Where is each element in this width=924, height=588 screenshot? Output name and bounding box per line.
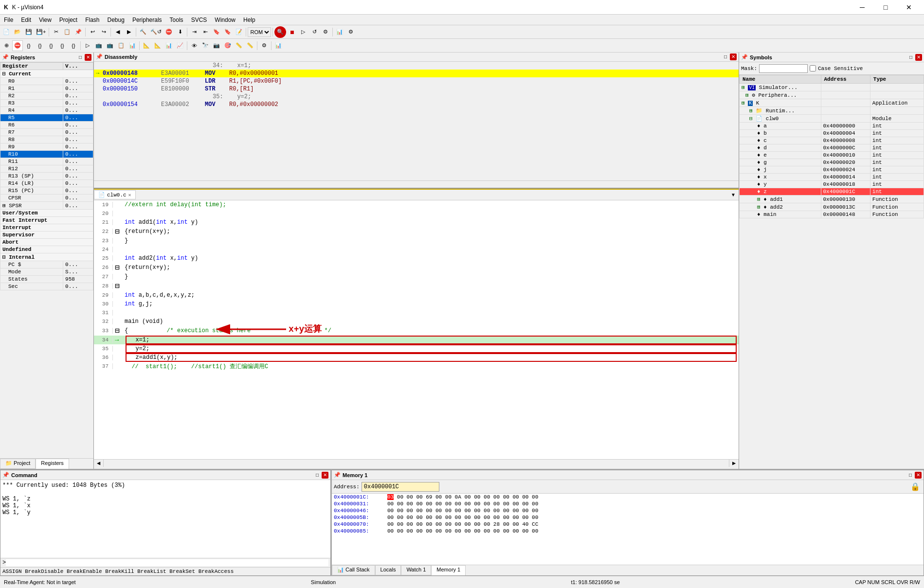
table-row[interactable]: ModeS... [0,268,93,276]
step-btn[interactable]: {} [57,40,68,51]
registers-tab[interactable]: Registers [36,459,69,469]
stop-debug-btn[interactable]: ⛔ [12,40,23,51]
symbols-close-btn[interactable]: ✕ [915,54,922,61]
table-row[interactable]: R80... [0,136,93,143]
reg-group-user[interactable]: User/System [0,210,93,217]
new-btn[interactable]: 📄 [1,27,12,37]
editor-hscrollbar[interactable]: ◀ ▶ [94,459,739,467]
target-select[interactable]: ROM [248,27,271,37]
maximize-button[interactable]: □ [874,0,897,15]
watch2-btn[interactable]: 🔭 [200,40,211,51]
download-btn[interactable]: ⬇ [175,27,185,37]
list-item[interactable]: ♦ c 0x40000008int [740,137,924,144]
table-row[interactable]: States958 [0,276,93,283]
list-item[interactable]: ⊞ ♦ add2 0x0000013CFunction [740,203,924,211]
run-btn[interactable]: ▷ [298,27,308,37]
symbols-float-btn[interactable]: □ [907,54,914,61]
table-row[interactable]: CPSR0... [0,195,93,202]
menu-flash[interactable]: Flash [81,16,103,24]
open-btn[interactable]: 📂 [12,27,23,37]
options-btn[interactable]: ⚙ [345,27,356,37]
list-item[interactable]: ♦ x 0x40000014int [740,174,924,181]
watch3-btn[interactable]: 📷 [211,40,222,51]
watch6-btn[interactable]: 📏 [245,40,255,51]
menu-debug[interactable]: Debug [104,16,128,24]
nav-back-btn[interactable]: ◀ [112,27,123,37]
menu-view[interactable]: View [35,16,55,24]
table-row[interactable]: Sec0... [0,283,93,290]
table-row[interactable]: R120... [0,165,93,173]
list-item[interactable]: ♦ z 0x4000001Cint [740,188,924,196]
minimize-button[interactable]: ─ [851,0,873,15]
case-sensitive-checkbox[interactable] [810,65,816,71]
copy-btn[interactable]: 📋 [62,27,72,37]
list-item[interactable]: ♦ g 0x40000020int [740,159,924,166]
menu-help[interactable]: Help [239,16,259,24]
list-item[interactable]: ⊟ 📄 clw0 Module [740,115,924,123]
list-item[interactable]: ♦ j 0x40000024int [740,166,924,174]
settings-btn[interactable]: ⚙ [320,27,331,37]
perf2-btn[interactable]: 📈 [175,40,185,51]
disasm-close-btn[interactable]: ✕ [730,53,737,60]
menu-window[interactable]: Window [211,16,239,24]
table-row[interactable]: R90... [0,143,93,151]
run-btn2[interactable]: ▷ [82,40,93,51]
paste-btn[interactable]: 📌 [73,27,84,37]
table-row[interactable]: R14 (LR)0... [0,180,93,187]
disasm-float-btn[interactable]: □ [722,53,729,60]
close-button[interactable]: ✕ [898,0,920,15]
table-row[interactable]: ⊞ SPSR0... [0,202,93,210]
menu-edit[interactable]: Edit [17,16,35,24]
reg-group-current[interactable]: ⊟ Current [0,70,93,78]
rebuild-btn[interactable]: 🔨↺ [149,27,163,37]
save-all-btn[interactable]: 💾+ [35,27,47,37]
table-row[interactable]: R50... [0,114,93,122]
table-row[interactable]: R110... [0,158,93,165]
mem1-btn[interactable]: 📐 [141,40,152,51]
table-row[interactable]: R20... [0,92,93,100]
table-row[interactable]: PC $0... [0,261,93,268]
template-btn[interactable]: 📝 [234,27,244,37]
run-to-cursor-btn[interactable]: {} [23,40,34,51]
editor-tab-close[interactable]: ✕ [128,192,131,198]
table-row[interactable]: R30... [0,100,93,107]
memory-tab-locals[interactable]: Locals [375,565,401,575]
memory-float-btn[interactable]: □ [907,472,914,479]
stop-build-btn[interactable]: ⛔ [163,27,174,37]
list-item[interactable]: ⊞ K K Application [740,99,924,107]
undo-btn[interactable]: ↩ [87,27,98,37]
list-item[interactable]: ⊞ 📁 Runtim... [740,107,924,115]
memory-tab-memory1[interactable]: Memory 1 [431,565,466,575]
bookmarks2-btn[interactable]: 🔖 [222,27,233,37]
indent-btn[interactable]: ⇥ [189,27,199,37]
list-item[interactable]: ♦ y 0x40000018int [740,181,924,188]
editor-tab-clw0[interactable]: 📄 clw0.c ✕ [94,190,136,199]
nav-fwd-btn[interactable]: ▶ [124,27,134,37]
find-btn[interactable]: 🔍 [274,26,286,38]
list-item[interactable]: ♦ e 0x40000010int [740,152,924,159]
command-float-btn[interactable]: □ [314,472,321,479]
redo-btn[interactable]: ↪ [98,27,109,37]
table-row[interactable]: R60... [0,122,93,129]
cut-btn[interactable]: ✂ [51,27,61,37]
watch4-btn[interactable]: 🎯 [222,40,233,51]
table-row[interactable]: R00... [0,78,93,85]
watch5-btn[interactable]: 📏 [234,40,244,51]
step-over-btn[interactable]: {} [68,40,79,51]
menu-tools[interactable]: Tools [166,16,187,24]
mem2-btn[interactable]: 📐 [152,40,163,51]
display3-btn[interactable]: 📋 [116,40,127,51]
display1-btn[interactable]: 📺 [93,40,104,51]
table-row[interactable]: R13 (SP)0... [0,173,93,180]
memory-tab-callstack[interactable]: 📊 Call Stack [332,565,375,575]
reset-btn[interactable]: ↺ [309,27,320,37]
memory-close-btn[interactable]: ✕ [915,472,922,479]
mask-input[interactable] [759,64,808,73]
registers-float-btn[interactable]: □ [77,54,84,61]
display2-btn[interactable]: 📺 [105,40,115,51]
reg-group-und[interactable]: Undefined [0,246,93,253]
command-close-btn[interactable]: ✕ [322,472,328,479]
list-item[interactable]: ♦ main 0x00000148Function [740,211,924,218]
bookmarks-btn[interactable]: 🔖 [211,27,222,37]
list-item[interactable]: ⊞ ♦ add1 0x00000130Function [740,196,924,203]
